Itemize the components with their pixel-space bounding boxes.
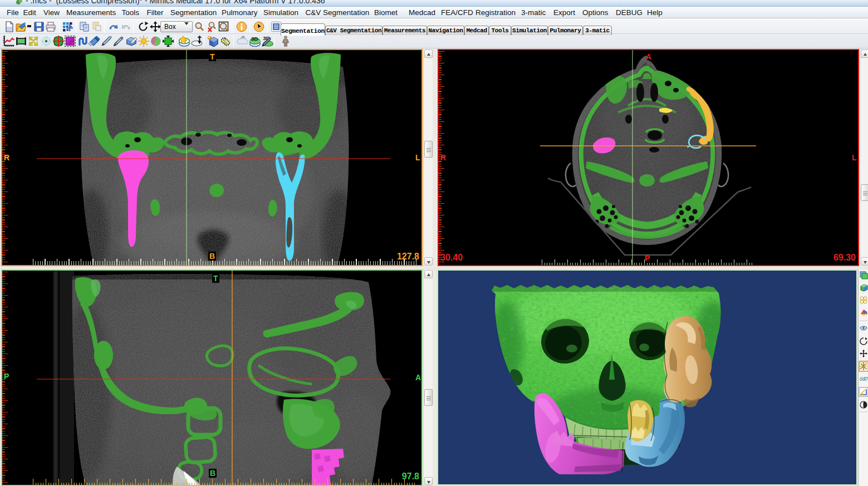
svg-text:3D: 3D	[251, 36, 258, 42]
